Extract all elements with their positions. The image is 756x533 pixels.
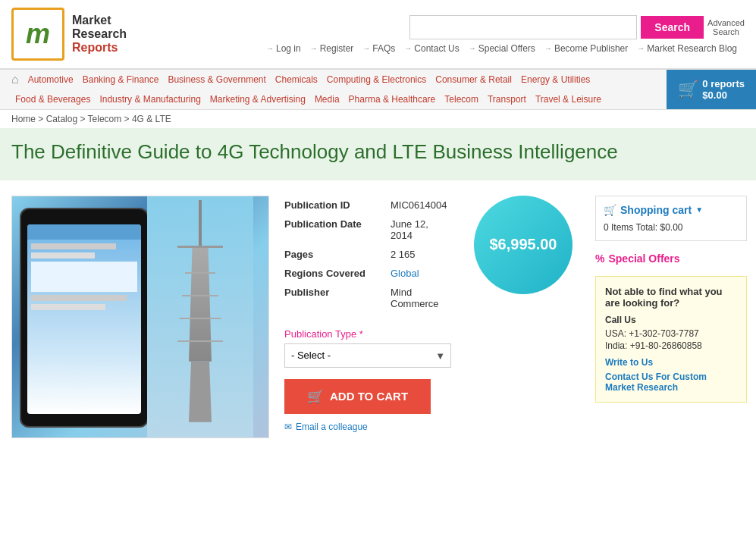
cat-industry[interactable]: Industry & Manufacturing: [96, 92, 204, 106]
breadcrumb-catalog[interactable]: Catalog: [46, 114, 77, 124]
cat-telecom[interactable]: Telecom: [441, 92, 482, 106]
advanced-search-link[interactable]: AdvancedSearch: [707, 18, 745, 36]
breadcrumb-home[interactable]: Home: [11, 114, 36, 124]
pub-date-value: June 12, 2014: [391, 215, 451, 245]
pub-type-label: Publication Type *: [284, 328, 451, 340]
breadcrumb-current: 4G & LTE: [132, 114, 171, 124]
search-button[interactable]: Search: [641, 16, 704, 39]
logo-line1: Market: [72, 14, 127, 27]
home-icon[interactable]: ⌂: [11, 73, 19, 86]
special-offers-header: % Special Offers: [595, 252, 747, 265]
cart-icon-sidebar: 🛒: [604, 204, 616, 216]
email-icon: ✉: [284, 422, 292, 432]
logo-line2: Research: [72, 27, 127, 41]
search-area: Search AdvancedSearch Log in Register FA…: [266, 15, 745, 54]
cat-transport[interactable]: Transport: [484, 92, 530, 106]
cat-energy[interactable]: Energy & Utilities: [517, 73, 594, 86]
cart-button[interactable]: 🛒 0 reports $0.00: [667, 70, 756, 109]
cat-pharma[interactable]: Pharma & Healthcare: [345, 92, 440, 106]
header-nav: Log in Register FAQs Contact Us Special …: [266, 43, 745, 54]
publisher-label: Publisher: [284, 283, 391, 313]
cart-total-value: $0.00: [660, 222, 683, 233]
special-offers-icon: %: [595, 252, 604, 265]
cart-total-label: Total:: [635, 222, 657, 233]
cat-media[interactable]: Media: [311, 92, 343, 106]
nav-become-publisher[interactable]: Become Publisher: [544, 43, 628, 54]
cart-reports-count: 0 reports: [702, 78, 745, 89]
nav-blog[interactable]: Market Research Blog: [637, 43, 737, 54]
pages-label: Pages: [284, 245, 391, 264]
cat-banking[interactable]: Banking & Finance: [79, 73, 163, 86]
top-nav-links: [191, 30, 202, 38]
cat-row-1: ⌂ Automotive Banking & Finance Business …: [11, 70, 655, 89]
india-phone: India: +91-80-26860858: [605, 340, 737, 351]
cat-consumer[interactable]: Consumer & Retail: [431, 73, 516, 86]
logo-area: m Market Research Reports: [11, 8, 127, 61]
breadcrumb-telecom[interactable]: Telecom: [88, 114, 122, 124]
cat-food[interactable]: Food & Beverages: [11, 92, 94, 106]
pub-id-label: Publication ID: [284, 196, 391, 215]
pub-date-label: Publication Date: [284, 215, 391, 245]
search-input[interactable]: [409, 15, 637, 39]
nav-contact[interactable]: Contact Us: [404, 43, 459, 54]
call-us-label: Call Us: [605, 315, 737, 325]
regions-row: Regions Covered Global: [284, 264, 451, 283]
special-offers-title: Special Offers: [608, 252, 679, 265]
logo-m-letter: m: [26, 18, 50, 50]
regions-value: Global: [391, 264, 451, 283]
pub-id-row: Publication ID MIC0614004: [284, 196, 451, 215]
email-colleague-link[interactable]: ✉ Email a colleague: [284, 422, 451, 432]
cat-business[interactable]: Business & Government: [164, 73, 269, 86]
cat-chemicals[interactable]: Chemicals: [271, 73, 322, 86]
breadcrumb: Home > Catalog > Telecom > 4G & LTE: [0, 110, 756, 128]
publication-type-select[interactable]: - Select -: [284, 343, 451, 368]
add-to-cart-button[interactable]: 🛒 ADD TO CART: [284, 379, 431, 414]
chevron-down-cart-icon: ▼: [695, 205, 703, 214]
category-nav: ⌂ Automotive Banking & Finance Business …: [0, 69, 756, 110]
not-found-title: Not able to find what you are looking fo…: [605, 286, 737, 309]
regions-link[interactable]: Global: [391, 268, 419, 279]
logo-line3: Reports: [72, 41, 127, 55]
add-to-cart-label: ADD TO CART: [330, 390, 408, 403]
cat-nav-links: ⌂ Automotive Banking & Finance Business …: [0, 70, 667, 109]
cart-total-price: $0.00: [702, 89, 745, 101]
nav-special-offers[interactable]: Special Offers: [469, 43, 535, 54]
publisher-value: Mind Commerce: [391, 283, 451, 313]
cat-computing[interactable]: Computing & Electronics: [323, 73, 430, 86]
logo-box: m: [11, 8, 64, 61]
special-offers-widget: % Special Offers: [595, 252, 747, 265]
product-right-col: $6,995.00: [466, 196, 580, 432]
product-image: [11, 196, 269, 438]
write-us-link[interactable]: Write to Us: [605, 357, 737, 368]
select-wrapper: - Select - ▼: [284, 343, 451, 368]
cat-marketing[interactable]: Marketing & Advertising: [206, 92, 309, 106]
page-title: The Definitive Guide to 4G Technology an…: [11, 140, 745, 165]
pages-value: 2 165: [391, 245, 451, 264]
nav-login[interactable]: Log in: [266, 43, 301, 54]
cat-travel[interactable]: Travel & Leisure: [532, 92, 605, 106]
cat-row-2: Food & Beverages Industry & Manufacturin…: [11, 89, 655, 109]
product-left-col: Publication ID MIC0614004 Publication Da…: [284, 196, 451, 432]
shopping-cart-widget: 🛒 Shopping cart ▼ 0 Items Total: $0.00: [595, 196, 747, 241]
usa-phone: USA: +1-302-703-7787: [605, 328, 737, 339]
detail-table: Publication ID MIC0614004 Publication Da…: [284, 196, 451, 313]
publisher-row: Publisher Mind Commerce: [284, 283, 451, 313]
regions-label: Regions Covered: [284, 264, 391, 283]
product-details: Publication ID MIC0614004 Publication Da…: [269, 196, 595, 438]
pub-date-row: Publication Date June 12, 2014: [284, 215, 451, 245]
contact-custom-link[interactable]: Contact Us For Custom Market Research: [605, 372, 737, 393]
nav-register[interactable]: Register: [310, 43, 354, 54]
search-row: Search AdvancedSearch: [409, 15, 745, 39]
cart-icon-btn: 🛒: [307, 388, 324, 405]
nav-faqs[interactable]: FAQs: [362, 43, 395, 54]
content-area: Publication ID MIC0614004 Publication Da…: [0, 180, 756, 453]
cat-automotive[interactable]: Automotive: [24, 73, 77, 86]
shopping-cart-title: Shopping cart: [620, 204, 692, 216]
cart-items-text: 0 Items: [604, 222, 633, 233]
header: m Market Research Reports Search Advance…: [0, 0, 756, 69]
price-value: $6,995.00: [490, 236, 557, 253]
email-colleague-text: Email a colleague: [296, 422, 368, 432]
cart-icon: 🛒: [678, 80, 698, 99]
product-info-row: Publication ID MIC0614004 Publication Da…: [284, 196, 580, 432]
price-circle: $6,995.00: [474, 196, 572, 294]
